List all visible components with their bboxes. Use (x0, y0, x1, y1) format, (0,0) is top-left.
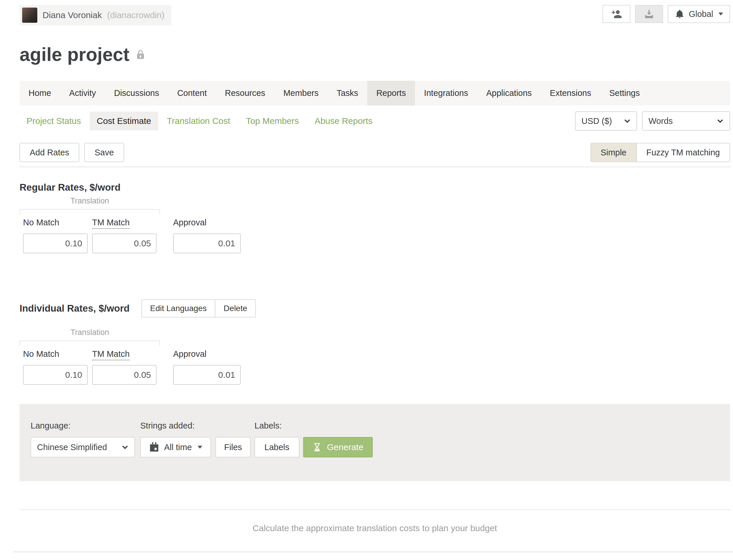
section-spacer (20, 253, 730, 285)
translation-group-label: Translation (20, 328, 160, 340)
subnav-top-members[interactable]: Top Members (239, 112, 306, 130)
period-button[interactable]: All time (140, 437, 211, 457)
filters: USD ($) Words (575, 111, 730, 131)
individual-rates-actions: Edit Languages Delete (141, 299, 256, 317)
individual-rates-row: No Match TM Match Approval (20, 349, 730, 385)
tab-reports[interactable]: Reports (367, 81, 415, 106)
labels-group: Labels: Labels (255, 421, 299, 457)
subnav-translation-cost[interactable]: Translation Cost (160, 112, 237, 130)
rates-toolbar: Add Rates Save Simple Fuzzy TM matching (20, 143, 730, 162)
tab-activity[interactable]: Activity (60, 81, 105, 106)
generate-label: Generate (327, 442, 364, 452)
generate-button[interactable]: Generate (303, 437, 373, 457)
tm-match-label: TM Match (92, 349, 157, 360)
tab-resources[interactable]: Resources (216, 81, 275, 106)
translation-group-bracket (20, 340, 160, 346)
calendar-icon (149, 442, 159, 452)
files-button[interactable]: Files (215, 437, 251, 457)
regular-rates-section: Regular Rates, $/word Translation No Mat… (20, 182, 730, 253)
individual-tm-match-input[interactable] (92, 365, 157, 385)
page-title: agile project (20, 45, 129, 64)
labels-button[interactable]: Labels (255, 437, 299, 457)
no-match-column: No Match (23, 349, 88, 385)
reports-subnav: Project Status Cost Estimate Translation… (20, 112, 379, 130)
caret-down-icon (718, 13, 723, 15)
top-actions: Global (602, 5, 730, 23)
user-name: Diana Voroniak (43, 10, 102, 20)
spacer (211, 437, 215, 457)
language-label: Language: (31, 421, 135, 431)
download-tray-icon (643, 8, 655, 20)
currency-value: USD ($) (581, 116, 612, 126)
individual-approval-input[interactable] (173, 365, 241, 385)
mode-toggle: Simple Fuzzy TM matching (590, 143, 730, 162)
unit-select[interactable]: Words (642, 111, 730, 131)
generate-controls: Language: Chinese Simplified Strings add… (31, 421, 718, 457)
subnav-cost-estimate[interactable]: Cost Estimate (90, 112, 158, 130)
regular-approval-input[interactable] (173, 234, 241, 253)
tm-match-column: TM Match (92, 349, 157, 385)
tab-home[interactable]: Home (20, 81, 60, 106)
invite-people-button[interactable] (602, 5, 630, 23)
tab-settings[interactable]: Settings (600, 81, 649, 106)
regular-rates-row: No Match TM Match Approval (20, 218, 730, 253)
tm-match-label: TM Match (92, 218, 157, 228)
mode-fuzzy-button[interactable]: Fuzzy TM matching (637, 143, 730, 162)
regular-rates-title: Regular Rates, $/word (20, 182, 730, 193)
no-match-label: No Match (23, 349, 88, 360)
tab-tasks[interactable]: Tasks (328, 81, 367, 106)
regular-tm-match-input[interactable] (92, 234, 157, 253)
regular-no-match-input[interactable] (23, 234, 88, 253)
individual-rates-head: Individual Rates, $/word Edit Languages … (20, 299, 730, 317)
no-match-label: No Match (23, 218, 88, 228)
tab-members[interactable]: Members (274, 81, 328, 106)
save-button[interactable]: Save (84, 143, 124, 162)
tab-extensions[interactable]: Extensions (541, 81, 600, 106)
language-select[interactable]: Chinese Simplified (31, 437, 135, 457)
chevron-down-icon (624, 117, 631, 124)
tab-integrations[interactable]: Integrations (415, 81, 477, 106)
subnav-project-status[interactable]: Project Status (20, 112, 88, 130)
no-match-column: No Match (23, 218, 88, 253)
translation-group: Translation (20, 328, 160, 346)
approval-column: Approval (173, 218, 241, 253)
translation-group-label: Translation (20, 196, 160, 209)
tm-match-column: TM Match (92, 218, 157, 253)
private-project-lock-icon (135, 49, 146, 60)
download-button[interactable] (635, 5, 663, 23)
page: Diana Voroniak (dianacrowdin) Global (0, 0, 733, 552)
translation-group: Translation (20, 196, 160, 214)
strings-added-group: Strings added: All time Files (140, 421, 251, 457)
delete-button[interactable]: Delete (215, 299, 256, 317)
individual-no-match-input[interactable] (23, 365, 88, 385)
footer-divider (20, 509, 730, 510)
edit-languages-button[interactable]: Edit Languages (141, 299, 216, 317)
unit-value: Words (648, 116, 673, 126)
hourglass-icon (313, 443, 322, 452)
individual-rates-title: Individual Rates, $/word (20, 303, 130, 314)
notifications-button[interactable]: Global (668, 5, 730, 23)
individual-rates-section: Individual Rates, $/word Edit Languages … (20, 299, 730, 385)
top-bar: Diana Voroniak (dianacrowdin) Global (20, 0, 730, 25)
tab-applications[interactable]: Applications (477, 81, 541, 106)
chevron-down-icon (122, 444, 129, 451)
mode-simple-button[interactable]: Simple (590, 143, 637, 162)
currency-select[interactable]: USD ($) (575, 111, 637, 131)
avatar (22, 8, 37, 23)
add-rates-button[interactable]: Add Rates (20, 143, 79, 162)
toolbar-left: Add Rates Save (20, 143, 124, 162)
subnav-abuse-reports[interactable]: Abuse Reports (308, 112, 379, 130)
title-row: agile project (20, 45, 730, 64)
person-add-icon (611, 8, 622, 20)
language-value: Chinese Simplified (37, 443, 107, 452)
notifications-scope-label: Global (689, 9, 713, 19)
subnav-row: Project Status Cost Estimate Translation… (20, 111, 730, 131)
approval-label: Approval (173, 349, 241, 360)
user-menu[interactable]: Diana Voroniak (dianacrowdin) (20, 5, 171, 25)
strings-added-label: Strings added: (140, 421, 251, 431)
bottom-divider (13, 551, 733, 552)
language-group: Language: Chinese Simplified (31, 421, 135, 457)
tab-content[interactable]: Content (168, 81, 216, 106)
tab-discussions[interactable]: Discussions (105, 81, 168, 106)
project-tabs: Home Activity Discussions Content Resour… (20, 81, 730, 106)
